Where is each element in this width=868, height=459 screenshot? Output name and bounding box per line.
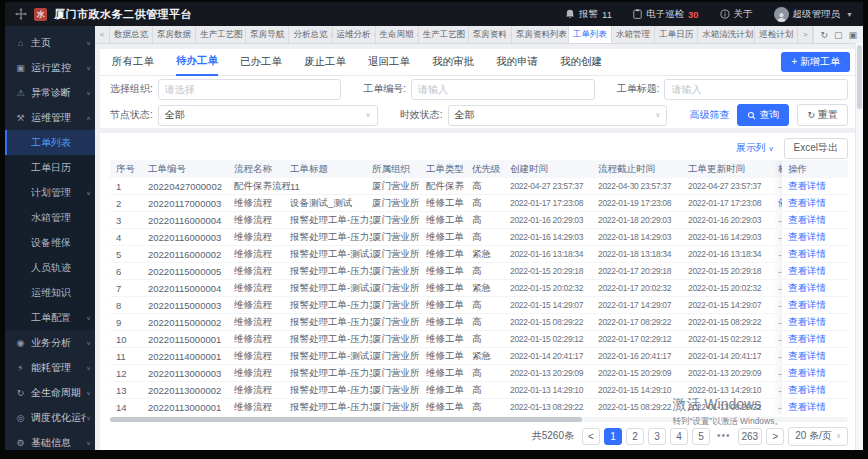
tab-生命周期[interactable]: 生命周期×: [376, 26, 419, 43]
time-status-select[interactable]: 全部 ∨: [448, 105, 668, 126]
subtab-已办工单[interactable]: 已办工单: [240, 49, 282, 75]
cell-created: 2022-01-15 20:02:32: [510, 283, 598, 293]
inspection-button[interactable]: 电子巡检 30: [633, 8, 699, 21]
view-detail-link[interactable]: 查看详情: [788, 299, 826, 312]
move-icon[interactable]: [15, 8, 27, 20]
fullscreen-icon[interactable]: ▢: [834, 30, 843, 40]
tab-工单列表[interactable]: 工单列表×: [569, 26, 612, 43]
tab-水箱管理[interactable]: 水箱管理×: [612, 26, 655, 43]
refresh-icon[interactable]: ↻: [820, 30, 828, 40]
user-menu[interactable]: 超级管理员 ▼: [774, 7, 853, 22]
sidebar-item-能耗管理[interactable]: ⚡能耗管理∨: [5, 355, 95, 380]
vertical-scrollbar-thumb[interactable]: [857, 45, 862, 109]
tab-分析总览[interactable]: 分析总览×: [289, 26, 332, 43]
cell-org: 厦门营业所: [372, 333, 426, 346]
subtab-我的创建[interactable]: 我的创建: [560, 49, 602, 75]
prev-page-button[interactable]: <: [582, 428, 600, 445]
sidebar-item-水箱管理[interactable]: 水箱管理: [5, 205, 95, 230]
excel-export-button[interactable]: Excel导出: [784, 138, 848, 159]
subtab-退回工单[interactable]: 退回工单: [368, 49, 410, 75]
reset-button[interactable]: ↻ 重置: [797, 104, 848, 126]
tab-泵房数据[interactable]: 泵房数据×: [153, 26, 196, 43]
tab-泵房导航[interactable]: 泵房导航×: [246, 26, 289, 43]
advanced-filter-link[interactable]: 高级筛查: [689, 108, 729, 122]
monitor-icon: ▣: [14, 63, 27, 73]
page-button-3[interactable]: 3: [648, 428, 666, 445]
search-button[interactable]: 查询: [737, 104, 789, 126]
tab-泵房资料[interactable]: 泵房资料×: [469, 26, 512, 43]
sidebar-item-基础信息[interactable]: ⚙基础信息∨: [5, 430, 95, 450]
layout-icon[interactable]: ▣: [848, 30, 857, 40]
sidebar-item-运行监控[interactable]: ▣运行监控∨: [5, 55, 95, 80]
page-button-263[interactable]: 263: [738, 428, 763, 445]
view-detail-link[interactable]: 查看详情: [788, 367, 826, 380]
view-detail-link[interactable]: 查看详情: [788, 180, 826, 193]
about-button[interactable]: 关于: [720, 8, 753, 21]
sidebar-item-主页[interactable]: ⌂主页∨: [5, 30, 95, 55]
node-status-select[interactable]: 全部 ∨: [158, 105, 378, 126]
tabs-scroll-right[interactable]: >: [798, 26, 813, 43]
tab-数据总览[interactable]: 数据总览×: [110, 26, 153, 43]
view-detail-link[interactable]: 查看详情: [788, 231, 826, 244]
view-detail-link[interactable]: 查看详情: [788, 401, 826, 414]
workorder-no-input[interactable]: [411, 79, 595, 100]
sidebar-item-工单列表[interactable]: 工单列表: [5, 130, 95, 155]
tab-水箱清洗计划[interactable]: 水箱清洗计划×: [698, 26, 755, 43]
page-size-select[interactable]: 20 条/页 ∨: [788, 427, 848, 446]
subtab-废止工单[interactable]: 废止工单: [304, 49, 346, 75]
column-header-type: 工单类型: [426, 163, 472, 176]
sidebar-item-计划管理[interactable]: 计划管理∨: [5, 180, 95, 205]
alarm-button[interactable]: 报警 11: [565, 8, 612, 21]
sidebar-item-异常诊断[interactable]: ⚠异常诊断∨: [5, 80, 95, 105]
cell-op: 查看详情: [782, 399, 848, 415]
workorder-title-input[interactable]: [664, 79, 848, 100]
view-detail-link[interactable]: 查看详情: [788, 316, 826, 329]
sidebar-item-人员轨迹[interactable]: 人员轨迹: [5, 255, 95, 280]
tab-巡检计划[interactable]: 巡检计划×: [755, 26, 798, 43]
subtab-所有工单[interactable]: 所有工单: [112, 49, 154, 75]
cell-org: 厦门营业所: [372, 384, 426, 397]
sidebar-item-运维管理[interactable]: ⚒运维管理∧: [5, 105, 95, 130]
view-detail-link[interactable]: 查看详情: [788, 384, 826, 397]
view-detail-link[interactable]: 查看详情: [788, 214, 826, 227]
sidebar-item-业务分析[interactable]: ◉业务分析∨: [5, 330, 95, 355]
horizontal-scrollbar-thumb[interactable]: [110, 417, 582, 422]
sidebar-item-运维知识[interactable]: 运维知识: [5, 280, 95, 305]
page-button-5[interactable]: 5: [692, 428, 710, 445]
sidebar-item-调度优化运行[interactable]: ◎调度优化运行∨: [5, 405, 95, 430]
cell-op: 查看详情: [782, 348, 848, 364]
cell-title: 设备测试_测试: [290, 197, 372, 210]
tabs-scroll-left[interactable]: <: [95, 26, 110, 43]
tab-生产工艺图[interactable]: 生产工艺图×: [196, 26, 246, 43]
cell-title: 报警处理工单-压力异...: [290, 231, 372, 244]
subtab-我的申请[interactable]: 我的申请: [496, 49, 538, 75]
subtab-待办工单[interactable]: 待办工单: [176, 48, 218, 76]
display-columns-button[interactable]: 展示列 ∨: [736, 141, 774, 155]
tab-运维分析[interactable]: 运维分析×: [333, 26, 376, 43]
new-workorder-button[interactable]: + 新增工单: [781, 52, 850, 72]
org-select-input[interactable]: [158, 79, 342, 100]
view-detail-link[interactable]: 查看详情: [788, 197, 826, 210]
tab-生产工艺图[interactable]: 生产工艺图×: [419, 26, 469, 43]
avatar: [774, 7, 789, 22]
cell-type: 维修工单: [426, 248, 472, 261]
page-button-2[interactable]: 2: [626, 428, 644, 445]
subtab-我的审批[interactable]: 我的审批: [432, 49, 474, 75]
page-button-1[interactable]: 1: [604, 428, 622, 445]
sidebar-item-工单日历[interactable]: 工单日历: [5, 155, 95, 180]
cell-priority: 高: [472, 180, 510, 193]
tab-工单日历[interactable]: 工单日历×: [655, 26, 698, 43]
sidebar-item-工单配置[interactable]: 工单配置∨: [5, 305, 95, 330]
view-detail-link[interactable]: 查看详情: [788, 248, 826, 261]
view-detail-link[interactable]: 查看详情: [788, 282, 826, 295]
next-page-button[interactable]: >: [766, 428, 784, 445]
view-detail-link[interactable]: 查看详情: [788, 350, 826, 363]
sidebar-item-全生命周期[interactable]: ↻全生命周期∨: [5, 380, 95, 405]
tab-泵房资料列表[interactable]: 泵房资料列表×: [512, 26, 569, 43]
cell-no: 20220117000003: [148, 198, 234, 209]
sidebar-item-设备维保[interactable]: 设备维保: [5, 230, 95, 255]
view-detail-link[interactable]: 查看详情: [788, 265, 826, 278]
cell-title: 报警处理工单-压力异...: [290, 384, 372, 397]
view-detail-link[interactable]: 查看详情: [788, 333, 826, 346]
page-button-4[interactable]: 4: [670, 428, 688, 445]
